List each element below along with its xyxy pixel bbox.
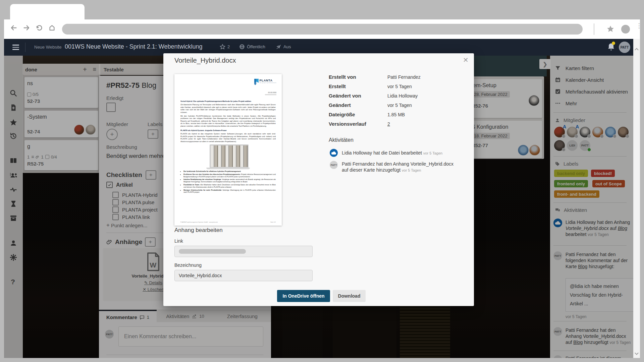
browser-profile-avatar[interactable] bbox=[621, 25, 630, 34]
menu-hamburger-icon[interactable] bbox=[12, 45, 19, 51]
browser-toolbar: ⋮ bbox=[4, 19, 640, 39]
meta-value: vor 5 Tagen bbox=[387, 84, 412, 89]
meta-label: Dateigröße bbox=[329, 112, 355, 117]
board-title[interactable]: 001WS Neue Website - Sprint 2.1: Webentw… bbox=[65, 43, 203, 50]
forward-icon[interactable] bbox=[23, 24, 30, 32]
modal-activity: Lidia Holloway hat die Datei bearbeitet … bbox=[330, 149, 442, 157]
modal-activity: PATT Patti Fernandez hat den Anhang Vort… bbox=[330, 161, 459, 173]
address-bar[interactable] bbox=[62, 24, 583, 35]
vertical-scrollbar[interactable] bbox=[633, 39, 640, 358]
doc-laptop-image bbox=[206, 144, 250, 169]
sharing-label: Aus bbox=[283, 44, 291, 49]
planta-logo: PLANTAthe project professionals bbox=[254, 79, 276, 85]
star-icon bbox=[220, 44, 225, 50]
home-icon[interactable] bbox=[48, 24, 56, 32]
browser-window: ⋮ Neue Website 001WS Neue Website - Spri… bbox=[0, 0, 644, 362]
avatar-patt: PATT bbox=[330, 161, 338, 169]
edit-section-header: Anhang bearbeiten bbox=[174, 227, 223, 234]
meta-label: Geändert bbox=[329, 102, 351, 108]
scroll-up-icon[interactable] bbox=[634, 48, 639, 51]
back-icon[interactable] bbox=[10, 24, 17, 32]
meta-label: Erstellt von bbox=[329, 74, 356, 80]
document-preview[interactable]: PLANTAthe project professionals 00.00.00… bbox=[174, 74, 282, 226]
app-viewport: Neue Website 001WS Neue Website - Sprint… bbox=[4, 39, 640, 358]
visibility-label: Öffentlich bbox=[247, 44, 265, 49]
toolbar-divider bbox=[594, 23, 594, 35]
bookmark-star-icon[interactable] bbox=[606, 25, 614, 33]
meta-value: Patti Fernandez bbox=[387, 74, 421, 80]
link-input[interactable] bbox=[174, 246, 313, 257]
browser-menu-icon[interactable]: ⋮ bbox=[636, 24, 638, 27]
doc-date: 00.00.0000 bbox=[265, 92, 276, 95]
user-avatar[interactable]: PATT bbox=[619, 42, 630, 53]
notification-badge bbox=[612, 42, 615, 45]
name-label: Bezeichnung bbox=[174, 262, 202, 268]
meta-label: Versionsverlauf bbox=[329, 121, 366, 127]
modal-activities-header: Aktivitäten bbox=[329, 137, 354, 143]
board-context[interactable]: Neue Website bbox=[34, 45, 61, 50]
version-history-link[interactable]: 2 bbox=[387, 121, 390, 127]
doc-footer: PLANTA Projektmanagement-Systeme GmbH · … bbox=[180, 221, 276, 223]
appbar-divider bbox=[25, 43, 25, 52]
close-icon[interactable]: ✕ bbox=[463, 56, 469, 64]
globe-icon bbox=[239, 44, 245, 50]
open-onedrive-button[interactable]: In OneDrive öffnen bbox=[277, 290, 330, 302]
meta-value: 1.85 MB bbox=[387, 112, 405, 117]
meta-value: Lidia Holloway bbox=[387, 93, 418, 99]
visibility-control[interactable]: Öffentlich bbox=[239, 44, 265, 50]
name-input[interactable]: Vorteile_Hybrid.docx bbox=[174, 270, 313, 281]
doc-body: Vorteil Hybrid: Die optimale Projektmana… bbox=[180, 98, 276, 194]
redacted-link bbox=[179, 249, 246, 254]
reload-icon[interactable] bbox=[36, 24, 43, 32]
modal-title: Vorteile_Hybrid.docx bbox=[174, 57, 236, 64]
star-count: 2 bbox=[227, 44, 230, 49]
link-label: Link bbox=[174, 238, 183, 244]
scroll-down-icon[interactable] bbox=[634, 352, 639, 355]
sharing-control[interactable]: Aus bbox=[276, 44, 291, 50]
download-button[interactable]: Download bbox=[333, 290, 366, 302]
attachment-modal: Vorteile_Hybrid.docx ✕ PLANTAthe project… bbox=[163, 53, 474, 306]
meta-label: Erstellt bbox=[329, 83, 346, 89]
plane-off-icon bbox=[276, 44, 281, 50]
meta-label: Geändert von bbox=[329, 93, 361, 99]
browser-tab[interactable] bbox=[10, 4, 85, 19]
star-board-control[interactable]: 2 bbox=[220, 44, 230, 50]
onedrive-icon bbox=[330, 149, 338, 157]
meta-value: vor 5 Tagen bbox=[387, 103, 412, 108]
